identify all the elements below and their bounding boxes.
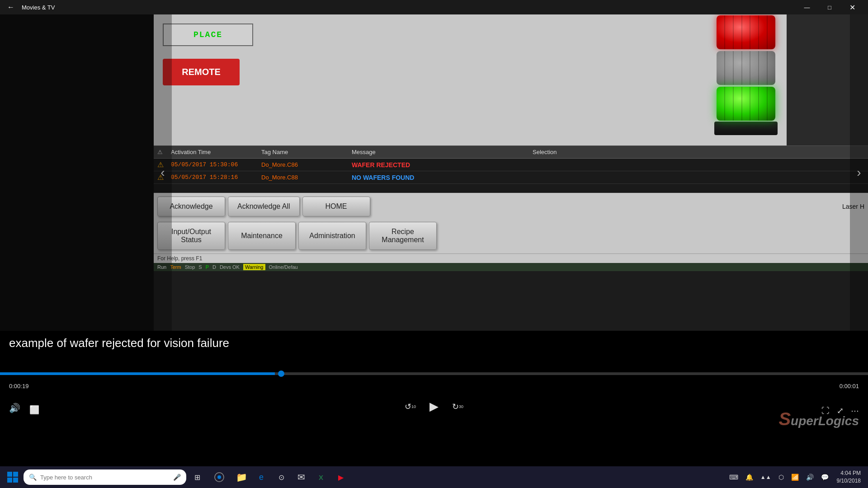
- alarm-header-selection: Selection: [533, 149, 623, 155]
- help-text: For Help, press F1: [154, 253, 868, 263]
- progress-dot: [278, 371, 284, 377]
- progress-bar-fill: [0, 372, 275, 375]
- alarm-table: ⚠ Activation Time Tag Name Message Selec…: [154, 145, 868, 193]
- red-light: [717, 15, 775, 49]
- back-button[interactable]: ←: [5, 2, 16, 13]
- administration-button[interactable]: Administration: [298, 222, 366, 250]
- place-label: PLACE: [193, 30, 222, 39]
- caption: example of wafer rejected for vision fai…: [0, 332, 868, 355]
- nav-next-button[interactable]: ›: [850, 14, 868, 331]
- alarm-tag-2: Do_More.C88: [261, 174, 352, 181]
- search-icon: 🔍: [29, 474, 37, 481]
- alarm-time-1: 05/05/2017 15:30:06: [171, 161, 261, 168]
- status-online: Online/Defau: [269, 264, 298, 270]
- network-icon[interactable]: ▲▲: [758, 472, 774, 482]
- titlebar: ← Movies & TV — □ ✕: [0, 0, 868, 14]
- hmi-top: PLACE REMOTE: [154, 14, 868, 145]
- search-input[interactable]: [40, 474, 170, 481]
- chrome-icon[interactable]: ⊙: [272, 468, 290, 486]
- nav-prev-button[interactable]: ‹: [154, 14, 172, 331]
- gray-light: [717, 51, 775, 85]
- home-button[interactable]: HOME: [302, 197, 370, 216]
- taskview-button[interactable]: ⊞: [188, 468, 206, 486]
- status-d: D: [212, 264, 216, 270]
- keyboard-icon[interactable]: ⌨: [726, 472, 741, 483]
- buttons-row2: Input/Output Status Maintenance Administ…: [154, 220, 868, 253]
- alarm-header-tag: Tag Name: [261, 149, 352, 155]
- file-explorer-icon[interactable]: 📁: [232, 468, 250, 486]
- time-current: 0:00:19: [9, 383, 28, 389]
- alarm-message-1: WAFER REJECTED: [352, 161, 533, 169]
- clock-date: 9/10/2018: [837, 477, 861, 485]
- hmi-screen: PLACE REMOTE: [154, 14, 868, 331]
- maintenance-button[interactable]: Maintenance: [228, 222, 296, 250]
- place-button-area: PLACE REMOTE: [163, 19, 253, 85]
- rewind-10-button[interactable]: ↺10: [405, 402, 416, 412]
- media-controls: ↺10 ▶ ↻30: [0, 399, 868, 413]
- excel-icon[interactable]: X: [312, 468, 330, 486]
- taskbar: 🔍 🎤 ⊞ 📁 e ⊙ ✉ X ▶ ⌨ 🔔 ▲▲ ⬡ 📶 🔊 💬 4:04 PM…: [0, 466, 868, 488]
- wifi-icon[interactable]: 📶: [788, 472, 802, 483]
- alarm-row-1[interactable]: ⚠ 05/05/2017 15:30:06 Do_More.C86 WAFER …: [154, 159, 868, 171]
- alarm-tag-1: Do_More.C86: [261, 161, 352, 168]
- alarm-table-header: ⚠ Activation Time Tag Name Message Selec…: [154, 146, 868, 159]
- buttons-row1: Acknowledge Acknowledge All HOME Laser H: [154, 193, 868, 220]
- volume-tray-icon[interactable]: 🔊: [803, 472, 816, 483]
- window-controls: — □ ✕: [797, 0, 863, 14]
- taskbar-search[interactable]: 🔍 🎤: [24, 469, 186, 485]
- svg-point-1: [217, 475, 221, 479]
- forward-30-button[interactable]: ↻30: [452, 402, 463, 412]
- hmi-status-bar: Run Term Stop S P D Devs OK Warning Onli…: [154, 263, 868, 271]
- clock[interactable]: 4:04 PM 9/10/2018: [833, 468, 864, 487]
- status-warning: Warning: [243, 264, 265, 270]
- recipe-management-button[interactable]: Recipe Management: [369, 222, 437, 250]
- mail-icon[interactable]: ✉: [292, 468, 310, 486]
- left-panel: [0, 14, 154, 331]
- alarm-message-2: NO WAFERS FOUND: [352, 174, 533, 181]
- time-display: 0:00:19 0:00:01: [0, 383, 868, 389]
- bluetooth-icon[interactable]: ⬡: [776, 472, 787, 483]
- green-light: [717, 87, 775, 121]
- cortana-button[interactable]: [208, 468, 231, 486]
- edge-browser-icon[interactable]: e: [252, 468, 270, 486]
- video-area: PLACE REMOTE: [0, 14, 868, 331]
- light-base: [714, 122, 778, 135]
- alarm-time-2: 05/05/2017 15:28:16: [171, 174, 261, 181]
- notifications-icon[interactable]: 🔔: [743, 472, 756, 483]
- time-total: 0:00:01: [840, 383, 859, 389]
- system-tray: ⌨ 🔔 ▲▲ ⬡ 📶 🔊 💬 4:04 PM 9/10/2018: [726, 468, 864, 487]
- microphone-icon[interactable]: 🎤: [173, 474, 181, 481]
- start-button[interactable]: [4, 468, 22, 486]
- stack-light: [705, 14, 787, 145]
- app-title: Movies & TV: [22, 4, 55, 11]
- caption-text: example of wafer rejected for vision fai…: [9, 336, 229, 350]
- progress-bar-container[interactable]: [0, 372, 868, 375]
- maximize-button[interactable]: □: [819, 0, 840, 14]
- status-p: P: [206, 264, 209, 270]
- watermark: SuperLogics: [778, 409, 859, 429]
- watermark-suffix: uperLogics: [791, 414, 859, 428]
- alarm-header-message: Message: [352, 149, 533, 155]
- alarm-empty-row: [154, 184, 868, 193]
- status-s: S: [198, 264, 202, 270]
- status-devs-ok: Devs OK: [220, 264, 240, 270]
- alarm-row-2[interactable]: ⚠ 05/05/2017 15:28:16 Do_More.C88 NO WAF…: [154, 171, 868, 184]
- clock-time: 4:04 PM: [837, 469, 861, 477]
- play-pause-button[interactable]: ▶: [429, 399, 439, 413]
- close-button[interactable]: ✕: [842, 0, 863, 14]
- status-stop: Stop: [185, 264, 195, 270]
- acknowledge-all-button[interactable]: Acknowledge All: [228, 197, 300, 216]
- alarm-header-time: Activation Time: [171, 149, 261, 155]
- remote-button[interactable]: REMOTE: [163, 59, 240, 85]
- action-center-icon[interactable]: 💬: [818, 472, 831, 483]
- movies-tv-icon[interactable]: ▶: [332, 468, 350, 486]
- place-container: PLACE: [163, 23, 253, 46]
- watermark-prefix: S: [778, 409, 791, 429]
- minimize-button[interactable]: —: [797, 0, 817, 14]
